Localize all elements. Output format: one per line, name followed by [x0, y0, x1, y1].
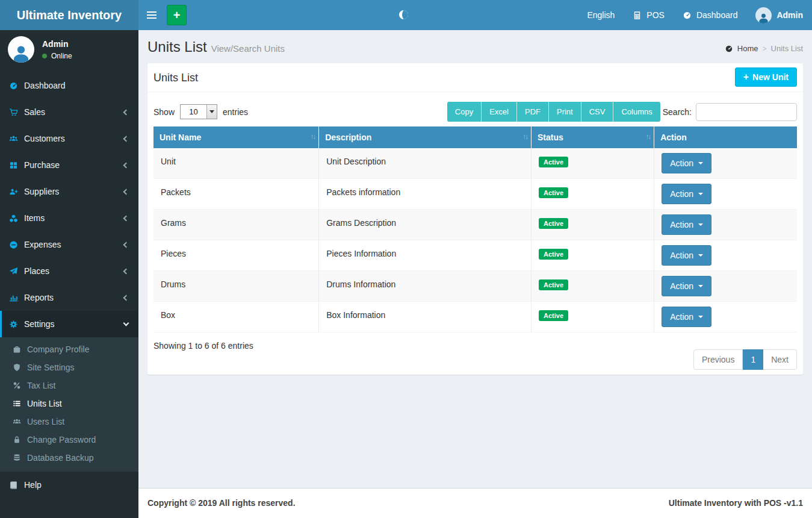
cell-status: Active	[531, 271, 654, 302]
breadcrumb-current: Units List	[771, 44, 803, 53]
breadcrumb: Home > Units List	[725, 44, 803, 53]
brand-logo[interactable]: Ultimate Inventory	[0, 0, 138, 30]
breadcrumb-home[interactable]: Home	[737, 44, 758, 53]
nav-dashboard[interactable]: Dashboard	[674, 0, 747, 30]
plus-icon: +	[173, 9, 181, 21]
cell-status: Active	[531, 179, 654, 210]
cell-action: Action	[654, 271, 797, 302]
sidebar-item-expenses[interactable]: Expenses	[0, 231, 138, 258]
caret-down-icon	[698, 254, 703, 257]
sidebar-item-help[interactable]: Help	[0, 472, 138, 498]
pagination-next[interactable]: Next	[763, 349, 797, 370]
sidebar-item-change-password[interactable]: Change Password	[0, 431, 138, 449]
user-plus-icon	[9, 187, 24, 196]
table-row: Box Box Information Active Action	[153, 302, 797, 332]
cell-status: Active	[531, 210, 654, 240]
column-header-status[interactable]: Status ↑↓	[531, 126, 654, 148]
page-length-control: Show 10 entries	[153, 104, 248, 119]
navbar-right-menu: English POS Dashboard	[578, 0, 812, 30]
sidebar-item-reports[interactable]: Reports	[0, 284, 138, 311]
users-icon	[13, 417, 27, 426]
navbar-main: + English POS Dashboard	[138, 0, 812, 30]
database-icon	[13, 454, 27, 462]
cubes-icon	[9, 214, 24, 223]
cell-status: Active	[531, 240, 654, 271]
sidebar-toggle-button[interactable]	[138, 0, 165, 30]
sidebar-item-purchase[interactable]: Purchase	[0, 152, 138, 178]
chevron-left-icon	[123, 162, 129, 168]
panel-title: Units List	[153, 69, 797, 86]
action-dropdown-button[interactable]: Action	[662, 307, 711, 327]
crescent-icon[interactable]	[399, 10, 408, 19]
breadcrumb-separator: >	[763, 45, 767, 53]
sidebar-item-places[interactable]: Places	[0, 258, 138, 284]
chevron-down-icon	[123, 320, 129, 326]
excel-button[interactable]: Excel	[482, 102, 517, 122]
copyright-text: Copyright © 2019 All rights reserved.	[147, 498, 296, 508]
search-label: Search:	[663, 107, 692, 117]
panel-heading: Units List + New Unit	[147, 63, 803, 92]
chevron-down-icon	[206, 105, 217, 119]
page-length-select[interactable]: 10	[180, 104, 217, 119]
gauge-icon	[683, 11, 692, 20]
new-unit-button[interactable]: + New Unit	[735, 67, 797, 87]
action-dropdown-button[interactable]: Action	[662, 214, 711, 235]
sidebar-item-site-settings[interactable]: Site Settings	[0, 358, 138, 376]
cell-unit-name: Pieces	[153, 240, 319, 271]
table-row: Packets Packets information Active Actio…	[153, 179, 797, 210]
quick-add-button[interactable]: +	[167, 5, 187, 25]
action-dropdown-button[interactable]: Action	[662, 184, 711, 204]
sidebar-item-dashboard[interactable]: Dashboard	[0, 72, 138, 99]
book-icon	[9, 481, 24, 490]
pagination-previous[interactable]: Previous	[693, 349, 743, 370]
column-header-action: Action	[654, 126, 797, 148]
nav-user[interactable]: Admin	[746, 0, 812, 30]
status-badge: Active	[539, 249, 568, 260]
action-dropdown-button[interactable]: Action	[662, 276, 711, 296]
sidebar-item-sales[interactable]: Sales	[0, 99, 138, 125]
search-input[interactable]	[696, 103, 797, 121]
sidebar-item-settings[interactable]: Settings	[0, 311, 138, 337]
copy-button[interactable]: Copy	[447, 102, 482, 122]
list-icon	[13, 399, 27, 408]
sidebar-item-company-profile[interactable]: Company Profile	[0, 340, 138, 358]
panel-body: Show 10 entries Copy Excel	[147, 92, 803, 375]
chevron-left-icon	[123, 189, 129, 195]
sidebar-item-units-list[interactable]: Units List	[0, 395, 138, 413]
main-area: Units ListView/Search Units Home > Units…	[138, 30, 812, 518]
sort-icon: ↑↓	[645, 133, 650, 141]
csv-button[interactable]: CSV	[581, 102, 614, 122]
sidebar-item-customers[interactable]: Customers	[0, 125, 138, 152]
pagination-page-1[interactable]: 1	[743, 349, 763, 370]
percent-icon	[13, 381, 27, 390]
sidebar-item-items[interactable]: Items	[0, 205, 138, 231]
chevron-left-icon	[123, 136, 129, 142]
sidebar-item-suppliers[interactable]: Suppliers	[0, 178, 138, 205]
cell-description: Pieces Information	[319, 240, 532, 271]
sidebar-user-name: Admin	[42, 39, 72, 49]
pdf-button[interactable]: PDF	[517, 102, 549, 122]
page-title: Units ListView/Search Units	[147, 39, 803, 55]
sidebar-item-users-list[interactable]: Users List	[0, 413, 138, 431]
column-header-description[interactable]: Description ↑↓	[319, 126, 532, 148]
cell-description: Unit Description	[319, 148, 532, 179]
cell-unit-name: Drums	[153, 271, 319, 302]
cell-unit-name: Box	[153, 302, 319, 332]
action-dropdown-button[interactable]: Action	[662, 245, 711, 266]
caret-down-icon	[698, 223, 703, 226]
nav-language[interactable]: English	[578, 0, 624, 30]
status-badge: Active	[539, 310, 568, 321]
gear-icon	[9, 320, 24, 329]
sidebar-item-database-backup[interactable]: Database Backup	[0, 449, 138, 467]
entries-label: entries	[223, 107, 248, 117]
columns-button[interactable]: Columns	[613, 102, 660, 122]
nav-pos[interactable]: POS	[624, 0, 674, 30]
action-dropdown-button[interactable]: Action	[662, 153, 711, 173]
sidebar-item-tax-list[interactable]: Tax List	[0, 376, 138, 395]
column-header-unit-name[interactable]: Unit Name ↑↓	[153, 126, 319, 148]
chevron-left-icon	[123, 215, 129, 221]
print-button[interactable]: Print	[549, 102, 581, 122]
cell-action: Action	[654, 179, 797, 210]
table-row: Pieces Pieces Information Active Action	[153, 240, 797, 271]
sidebar-user-panel: Admin Online	[0, 30, 138, 69]
